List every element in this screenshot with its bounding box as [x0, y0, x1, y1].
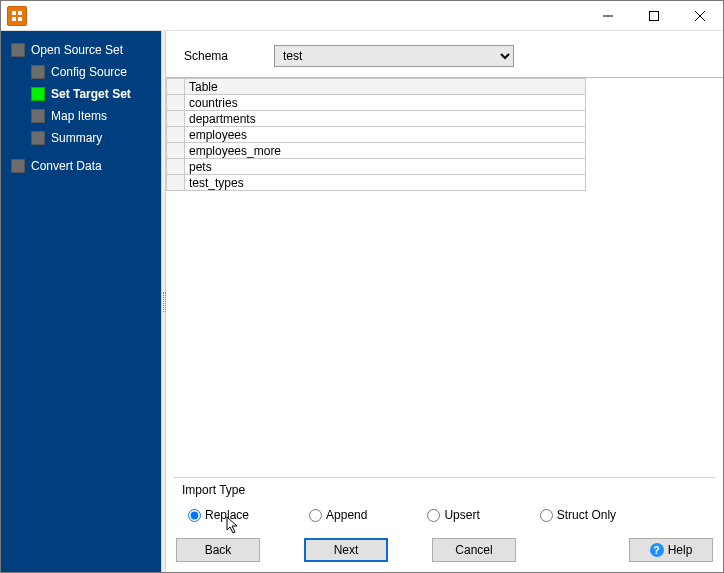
row-header-cell: [167, 127, 185, 143]
sidebar-item-label: Config Source: [51, 65, 127, 79]
table-cell[interactable]: test_types: [185, 175, 586, 191]
radio-label: Struct Only: [557, 508, 616, 522]
back-button[interactable]: Back: [176, 538, 260, 562]
svg-rect-2: [12, 17, 16, 21]
minimize-button[interactable]: [585, 1, 631, 31]
table-cell[interactable]: departments: [185, 111, 586, 127]
next-button[interactable]: Next: [304, 538, 388, 562]
radio-append[interactable]: Append: [309, 508, 367, 522]
radio-upsert-input[interactable]: [427, 509, 440, 522]
sidebar-item-config-source[interactable]: Config Source: [1, 61, 161, 83]
close-button[interactable]: [677, 1, 723, 31]
table-scroll-area[interactable]: Table countries departments employees em…: [166, 77, 723, 477]
radio-upsert[interactable]: Upsert: [427, 508, 479, 522]
table-row[interactable]: departments: [167, 111, 586, 127]
import-type-legend: Import Type: [182, 483, 707, 497]
radio-struct-only[interactable]: Struct Only: [540, 508, 616, 522]
sidebar-item-convert-data[interactable]: Convert Data: [1, 155, 161, 177]
svg-rect-0: [12, 11, 16, 15]
sidebar-item-label: Set Target Set: [51, 87, 131, 101]
row-header-cell: [167, 95, 185, 111]
maximize-button[interactable]: [631, 1, 677, 31]
sidebar-item-label: Map Items: [51, 109, 107, 123]
splitter[interactable]: [161, 31, 166, 572]
step-box-icon: [31, 87, 45, 101]
wizard-window: Open Source Set Config Source Set Target…: [0, 0, 724, 573]
sidebar-item-label: Summary: [51, 131, 102, 145]
help-icon: ?: [650, 543, 664, 557]
sidebar-item-label: Open Source Set: [31, 43, 123, 57]
row-header-cell: [167, 159, 185, 175]
table-header-row: Table: [167, 79, 586, 95]
table-row[interactable]: pets: [167, 159, 586, 175]
svg-rect-5: [650, 11, 659, 20]
svg-rect-3: [18, 17, 22, 21]
radio-append-input[interactable]: [309, 509, 322, 522]
wizard-sidebar: Open Source Set Config Source Set Target…: [1, 31, 161, 572]
table-row[interactable]: test_types: [167, 175, 586, 191]
table-cell[interactable]: countries: [185, 95, 586, 111]
radio-replace[interactable]: Replace: [188, 508, 249, 522]
titlebar: [1, 1, 723, 31]
import-type-options: Replace Append Upsert Struct Only: [182, 508, 707, 522]
table-row[interactable]: countries: [167, 95, 586, 111]
radio-label: Replace: [205, 508, 249, 522]
svg-rect-1: [18, 11, 22, 15]
radio-label: Append: [326, 508, 367, 522]
step-box-icon: [11, 43, 25, 57]
client-area: Open Source Set Config Source Set Target…: [1, 31, 723, 572]
table-cell[interactable]: pets: [185, 159, 586, 175]
step-box-icon: [31, 65, 45, 79]
main-panel: Schema test Table countries departme: [166, 31, 723, 572]
import-type-group: Import Type Replace Append Upsert: [174, 477, 715, 532]
app-icon: [7, 6, 27, 26]
radio-label: Upsert: [444, 508, 479, 522]
radio-replace-input[interactable]: [188, 509, 201, 522]
table-row[interactable]: employees: [167, 127, 586, 143]
radio-struct-only-input[interactable]: [540, 509, 553, 522]
table-cell[interactable]: employees_more: [185, 143, 586, 159]
sidebar-item-set-target-set[interactable]: Set Target Set: [1, 83, 161, 105]
column-header-table[interactable]: Table: [185, 79, 586, 95]
step-box-icon: [31, 109, 45, 123]
row-header-cell: [167, 175, 185, 191]
sidebar-item-label: Convert Data: [31, 159, 102, 173]
sidebar-item-summary[interactable]: Summary: [1, 127, 161, 149]
sidebar-item-map-items[interactable]: Map Items: [1, 105, 161, 127]
sidebar-item-open-source-set[interactable]: Open Source Set: [1, 39, 161, 61]
button-row: Back Next Cancel ? Help: [166, 532, 723, 572]
row-header-cell: [167, 111, 185, 127]
row-header-cell: [167, 143, 185, 159]
step-box-icon: [31, 131, 45, 145]
cancel-button[interactable]: Cancel: [432, 538, 516, 562]
schema-row: Schema test: [166, 31, 723, 77]
step-box-icon: [11, 159, 25, 173]
row-header-corner: [167, 79, 185, 95]
table-row[interactable]: employees_more: [167, 143, 586, 159]
tables-grid: Table countries departments employees em…: [166, 78, 586, 191]
help-button[interactable]: ? Help: [629, 538, 713, 562]
schema-label: Schema: [184, 49, 264, 63]
schema-select[interactable]: test: [274, 45, 514, 67]
table-cell[interactable]: employees: [185, 127, 586, 143]
